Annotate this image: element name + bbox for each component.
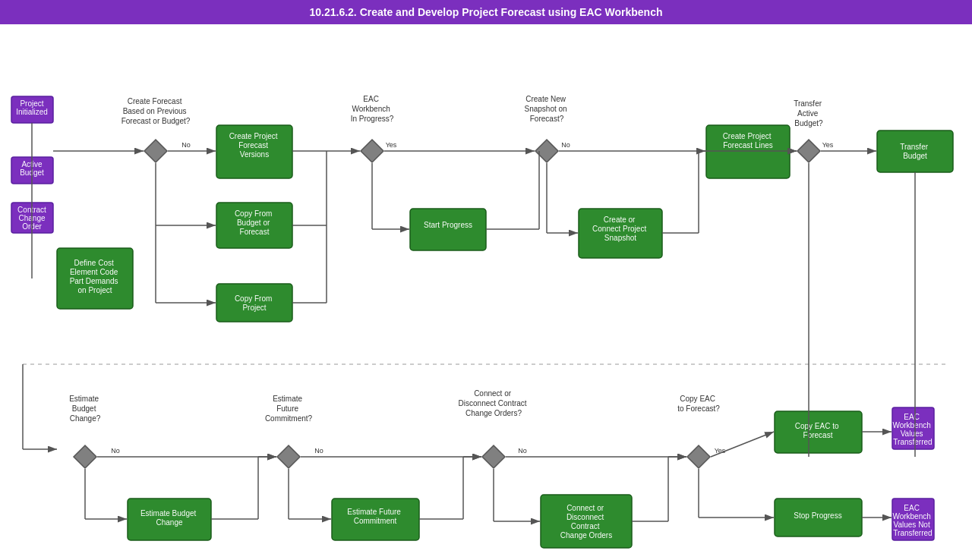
connect-disconnect-decision-label: Connect or Disconnect Contract Change Or… <box>459 389 529 417</box>
estimate-future-commitment-decision-label: Estimate Future Commitment? <box>265 395 313 423</box>
eac-workbench-decision-label: EAC Workbench In Progress? <box>351 95 394 123</box>
yes-label-2: Yes <box>822 141 834 149</box>
copy-from-budget-label: Copy From Budget or Forecast <box>235 209 274 236</box>
diagram-svg: ProjectInitialized ActiveBudget Contract… <box>0 24 972 560</box>
start-progress-box <box>410 209 486 250</box>
create-forecast-decision-label: Create Forecast Based on Previous Foreca… <box>122 97 191 125</box>
create-forecast-lines-label: Create Project Forecast Lines <box>723 132 774 149</box>
no-label-3: No <box>111 447 120 455</box>
estimate-budget-change-decision-label: Estimate Budget Change? <box>69 395 101 423</box>
no-label-2: No <box>561 141 570 149</box>
no-label-4: No <box>314 447 323 455</box>
header-title: 10.21.6.2. Create and Develop Project Fo… <box>309 6 662 18</box>
decision-diamond-4 <box>797 140 820 162</box>
estimate-future-commitment-label: Estimate Future Commitment <box>347 508 402 525</box>
decision-diamond-1 <box>144 140 167 162</box>
transfer-budget-decision-label: Transfer Active Budget? <box>794 99 824 127</box>
yes-label-1: Yes <box>386 141 397 149</box>
copy-eac-decision-label: Copy EAC to Forecast? <box>677 395 720 413</box>
project-initialized-label: ProjectInitialized <box>16 99 48 116</box>
stop-progress-label: Stop Progress <box>794 511 841 520</box>
decision-diamond-7 <box>482 445 505 468</box>
decision-diamond-5 <box>74 445 96 468</box>
decision-diamond-8 <box>687 445 710 468</box>
diagram-container: ProjectInitialized ActiveBudget Contract… <box>0 24 972 560</box>
header: 10.21.6.2. Create and Develop Project Fo… <box>0 0 972 24</box>
no-label-5: No <box>518 447 527 455</box>
start-progress-label: Start Progress <box>424 221 472 229</box>
decision-diamond-6 <box>277 445 300 468</box>
snapshot-decision-label: Create New Snapshot on Forecast? <box>525 95 570 123</box>
decision-diamond-2 <box>361 140 383 162</box>
no-label-1: No <box>181 141 191 149</box>
d8-to-copy-eac <box>711 432 774 457</box>
transfer-budget-label: Transfer Budget <box>900 143 930 160</box>
